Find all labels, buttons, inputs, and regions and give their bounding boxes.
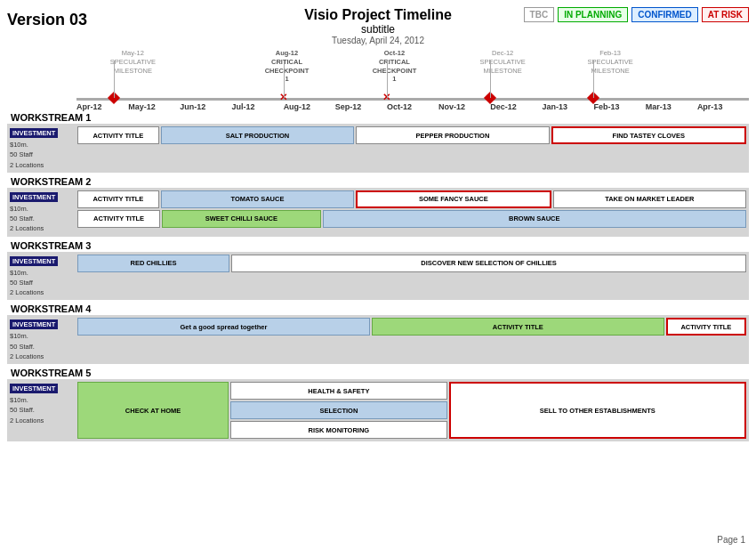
ws3-body: INVESTMENT $10m.50 Staff2 Locations RED … bbox=[7, 252, 749, 301]
ws5-middle-col: HEALTH & SAFETY SELECTION RISK MONITORIN… bbox=[230, 382, 446, 439]
ws5-act-check: CHECK AT HOME bbox=[77, 382, 229, 439]
ws4-body: INVESTMENT $10m.50 Staff.2 Locations Get… bbox=[7, 315, 749, 364]
timeline-bar-area: ✕ ✕ bbox=[76, 98, 749, 101]
ws5-act-selection: SELECTION bbox=[230, 401, 446, 419]
milestone-2: Aug-12CRITICALCHECKPOINT1 bbox=[265, 49, 310, 84]
milestones-row: May-12SPECULATIVEMILESTONE Aug-12CRITICA… bbox=[76, 49, 749, 98]
marker-line-3 bbox=[387, 61, 388, 98]
milestone-3: Oct-12CRITICALCHECKPOINT1 bbox=[373, 49, 417, 84]
ws4-act1: Get a good spread together bbox=[77, 318, 370, 336]
ws2-body: INVESTMENT $10m.50 Staff.2 Locations ACT… bbox=[7, 188, 749, 237]
month-nov12: Nov-12 bbox=[438, 102, 490, 111]
ws5-body: INVESTMENT $10m.50 Staff.2 Locations CHE… bbox=[7, 379, 749, 441]
ws1-act2: SALT PRODUCTION bbox=[161, 126, 354, 144]
ws2-details: $10m.50 Staff.2 Locations bbox=[10, 204, 75, 234]
marker-line-5 bbox=[593, 61, 594, 98]
ws1-details: $10m.50 Staff2 Locations bbox=[10, 140, 75, 170]
milestone-1: May-12SPECULATIVEMILESTONE bbox=[110, 49, 156, 75]
marker-line-1 bbox=[114, 61, 115, 98]
ws2-row1: ACTIVITY TITLE TOMATO SAUCE SOME FANCY S… bbox=[77, 190, 746, 208]
ws1-body: INVESTMENT $10m.50 Staff2 Locations ACTI… bbox=[7, 124, 749, 173]
ws5-info: INVESTMENT $10m.50 Staff.2 Locations bbox=[10, 382, 75, 439]
ws1-investment-label: INVESTMENT bbox=[10, 128, 58, 138]
ws2-investment-label: INVESTMENT bbox=[10, 192, 58, 202]
month-feb13: Feb-13 bbox=[594, 102, 646, 111]
ws2-row2: ACTIVITY TITLE SWEET CHILLI SAUCE BROWN … bbox=[77, 210, 746, 228]
ws2-act1: ACTIVITY TITLE bbox=[77, 190, 159, 208]
ws5-row1: CHECK AT HOME HEALTH & SAFETY SELECTION … bbox=[77, 382, 746, 439]
ws2-act7: BROWN SAUCE bbox=[323, 210, 746, 228]
ws5-investment-label: INVESTMENT bbox=[10, 384, 58, 393]
ws4-row1: Get a good spread together ACTIVITY TITL… bbox=[77, 318, 746, 336]
ws4-info: INVESTMENT $10m.50 Staff.2 Locations bbox=[10, 318, 75, 361]
ws3-details: $10m.50 Staff2 Locations bbox=[10, 268, 75, 298]
ws3-content: RED CHILLIES DISCOVER NEW SELECTION OF C… bbox=[77, 255, 746, 298]
ws1-act4: FIND TASTEY CLOVES bbox=[551, 126, 746, 144]
legend-atrisk: AT RISK bbox=[702, 7, 749, 22]
ws4-details: $10m.50 Staff.2 Locations bbox=[10, 331, 75, 361]
ws4-act3: ACTIVITY TITLE bbox=[666, 318, 746, 336]
ws5-details: $10m.50 Staff.2 Locations bbox=[10, 395, 75, 425]
month-aug12: Aug-12 bbox=[284, 102, 335, 111]
legend-tbc: TBC bbox=[524, 7, 555, 22]
month-sep12: Sep-12 bbox=[335, 102, 387, 111]
ws2-act4: TAKE ON MARKET LEADER bbox=[553, 190, 746, 208]
marker-line-4 bbox=[490, 61, 491, 98]
marker-line-2 bbox=[284, 61, 285, 98]
ws1-row1: ACTIVITY TITLE SALT PRODUCTION PEPPER PR… bbox=[77, 126, 746, 144]
ws4-title: WORKSTREAM 4 bbox=[7, 303, 749, 315]
ws3-act2: DISCOVER NEW SELECTION OF CHILLIES bbox=[231, 255, 746, 272]
ws5-content: CHECK AT HOME HEALTH & SAFETY SELECTION … bbox=[77, 382, 746, 439]
ws4-investment-label: INVESTMENT bbox=[10, 319, 58, 329]
ws3-info: INVESTMENT $10m.50 Staff2 Locations bbox=[10, 255, 75, 298]
workstream-3: WORKSTREAM 3 INVESTMENT $10m.50 Staff2 L… bbox=[7, 239, 749, 301]
month-labels: Apr-12 May-12 Jun-12 Jul-12 Aug-12 Sep-1… bbox=[76, 102, 749, 111]
month-jul12: Jul-12 bbox=[231, 102, 283, 111]
month-apr12: Apr-12 bbox=[76, 102, 128, 111]
month-may12: May-12 bbox=[128, 102, 180, 111]
ws1-content: ACTIVITY TITLE SALT PRODUCTION PEPPER PR… bbox=[77, 126, 746, 170]
month-mar13: Mar-13 bbox=[646, 102, 697, 111]
workstream-1: WORKSTREAM 1 INVESTMENT $10m.50 Staff2 L… bbox=[7, 111, 749, 173]
ws3-investment-label: INVESTMENT bbox=[10, 256, 58, 266]
month-dec12: Dec-12 bbox=[490, 102, 542, 111]
ws4-content: Get a good spread together ACTIVITY TITL… bbox=[77, 318, 746, 361]
ws1-title: WORKSTREAM 1 bbox=[7, 111, 749, 124]
page-subtitle: subtitle bbox=[7, 23, 749, 36]
ws4-act2: ACTIVITY TITLE bbox=[372, 318, 664, 336]
page: Version 03 Visio Project Timeline subtit… bbox=[0, 0, 756, 550]
legend: TBC IN PLANNING CONFIRMED AT RISK bbox=[524, 7, 749, 22]
ws1-info: INVESTMENT $10m.50 Staff2 Locations bbox=[10, 126, 75, 170]
ws3-act1: RED CHILLIES bbox=[77, 255, 229, 272]
legend-confirmed: CONFIRMED bbox=[631, 7, 698, 22]
legend-planning: IN PLANNING bbox=[558, 7, 628, 22]
ws3-title: WORKSTREAM 3 bbox=[7, 239, 749, 252]
page-date: Tuesday, April 24, 2012 bbox=[7, 36, 749, 45]
ws5-act-risk: RISK MONITORING bbox=[230, 421, 446, 439]
month-apr13: Apr-13 bbox=[697, 102, 749, 111]
ws5-act-sell: SELL TO OTHER ESTABLISHMENTS bbox=[449, 382, 746, 439]
ws3-row1: RED CHILLIES DISCOVER NEW SELECTION OF C… bbox=[77, 255, 746, 272]
workstream-5: WORKSTREAM 5 INVESTMENT $10m.50 Staff.2 … bbox=[7, 367, 749, 441]
ws2-title: WORKSTREAM 2 bbox=[7, 175, 749, 188]
ws5-act-health: HEALTH & SAFETY bbox=[230, 382, 446, 400]
ws1-act3: PEPPER PRODUCTION bbox=[356, 126, 549, 144]
ws1-act1: ACTIVITY TITLE bbox=[77, 126, 159, 144]
ws2-act3: SOME FANCY SAUCE bbox=[356, 190, 551, 208]
workstream-2: WORKSTREAM 2 INVESTMENT $10m.50 Staff.2 … bbox=[7, 175, 749, 237]
ws2-act5: ACTIVITY TITLE bbox=[77, 210, 160, 228]
timeline-bar: ✕ ✕ bbox=[76, 98, 749, 101]
ws5-title: WORKSTREAM 5 bbox=[7, 367, 749, 379]
ws2-act6: SWEET CHILLI SAUCE bbox=[162, 210, 320, 228]
ws2-content: ACTIVITY TITLE TOMATO SAUCE SOME FANCY S… bbox=[77, 190, 746, 234]
ws2-info: INVESTMENT $10m.50 Staff.2 Locations bbox=[10, 190, 75, 234]
month-jan13: Jan-13 bbox=[542, 102, 593, 111]
page-number: Page 1 bbox=[717, 535, 745, 545]
version-label: Version 03 bbox=[7, 11, 87, 29]
workstream-4: WORKSTREAM 4 INVESTMENT $10m.50 Staff.2 … bbox=[7, 303, 749, 364]
month-oct12: Oct-12 bbox=[387, 102, 438, 111]
ws2-act2: TOMATO SAUCE bbox=[161, 190, 354, 208]
timeline-section: May-12SPECULATIVEMILESTONE Aug-12CRITICA… bbox=[7, 49, 749, 111]
milestone-4: Dec-12SPECULATIVEMILESTONE bbox=[480, 49, 526, 75]
month-jun12: Jun-12 bbox=[180, 102, 231, 111]
